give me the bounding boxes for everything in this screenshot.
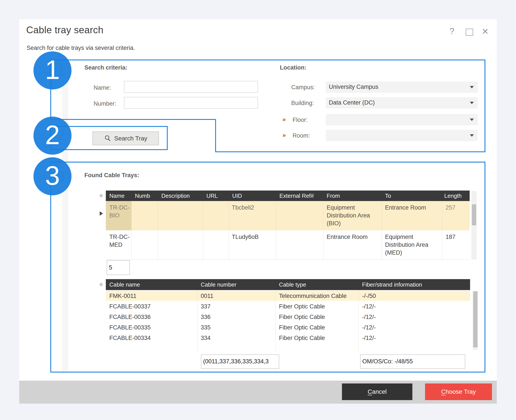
column-header[interactable]: Numb [135, 193, 150, 199]
chevron-down-icon [470, 102, 474, 104]
column-header[interactable]: Description [161, 193, 190, 199]
column-separator [275, 290, 276, 351]
step-2-badge: 2 [33, 117, 72, 155]
table-row[interactable]: FCABLE-00336 336 Fiber Optic Cable -/12/… [106, 311, 470, 322]
column-separator [158, 201, 158, 260]
cable-table-body: FMK-0011 0011 Telecommunication Cable -/… [106, 290, 470, 351]
room-dropdown[interactable] [326, 130, 478, 141]
column-separator [229, 201, 229, 260]
table-row[interactable]: FCABLE-00337 337 Fiber Optic Cable -/12/… [106, 301, 470, 311]
step-panel-band [62, 72, 68, 372]
screen: Cable tray search Search for cable trays… [0, 0, 516, 420]
column-separator [323, 201, 323, 260]
column-header[interactable]: Cable number [201, 281, 236, 288]
maximize-icon[interactable] [466, 29, 473, 36]
table-row[interactable]: TR-DC-BIO Tbcbeli2 Equipment Distributio… [106, 201, 470, 230]
choose-tray-button[interactable]: Choose Tray [425, 383, 492, 400]
search-icon [104, 135, 111, 142]
tray-table-header[interactable]: Name Numb Description URL UID External R… [106, 191, 470, 201]
chevron-down-icon [470, 134, 474, 137]
step-1-badge: 1 [33, 51, 72, 90]
building-dropdown[interactable]: Data Center (DC) [326, 97, 478, 108]
floor-required-icon: » [282, 116, 286, 123]
column-header[interactable]: From [327, 193, 340, 199]
room-required-icon: » [282, 132, 286, 139]
campus-dropdown[interactable]: University Campus [326, 81, 478, 93]
floor-label: Floor: [293, 117, 308, 123]
column-header[interactable]: Fiber/strand information [362, 281, 422, 288]
new-row-icon: ✳ [99, 281, 104, 288]
campus-label: Campus: [291, 84, 315, 91]
dialog-title: Cable tray search [26, 24, 103, 35]
step-3-badge: 3 [33, 157, 72, 195]
help-icon[interactable]: ? [446, 26, 457, 36]
tray-table-scrollbar[interactable] [472, 191, 477, 260]
number-label: Number: [94, 100, 116, 107]
column-header[interactable]: Length [444, 193, 462, 199]
building-label: Building: [291, 100, 314, 106]
floor-dropdown[interactable] [326, 114, 478, 125]
close-icon[interactable]: ✕ [480, 27, 491, 36]
cancel-button[interactable]: Cancel [342, 383, 412, 400]
search-criteria-heading: Search criteria: [84, 64, 127, 71]
room-label: Room: [293, 132, 310, 139]
name-input[interactable] [124, 81, 258, 93]
location-heading: Location: [280, 64, 307, 71]
column-separator [382, 201, 382, 260]
number-input[interactable] [124, 97, 258, 109]
found-cable-trays-heading: Found Cable Trays: [84, 172, 139, 179]
chevron-down-icon [470, 86, 474, 88]
cable-table-header[interactable]: Cable name Cable number Cable type Fiber… [106, 279, 470, 290]
column-header[interactable]: External Ref# [280, 193, 314, 199]
column-header[interactable]: Name [109, 193, 125, 199]
row-count-field[interactable]: 5 [107, 260, 130, 275]
dialog-subtitle: Search for cable trays via several crite… [27, 45, 135, 51]
column-header[interactable]: UID [232, 193, 242, 199]
current-row-marker-icon [100, 211, 103, 216]
cable-numbers-field[interactable]: (0011,337,336,335,334,3 [201, 354, 279, 369]
fiber-info-field[interactable]: OM/OS/Co: -/48/55 [360, 354, 465, 369]
column-header[interactable]: Cable type [279, 281, 306, 288]
column-header[interactable]: URL [206, 193, 218, 199]
column-separator [131, 201, 132, 260]
chevron-down-icon [470, 119, 474, 121]
column-separator [197, 290, 198, 351]
table-row[interactable]: FCABLE-00335 335 Fiber Optic Cable -/12/… [106, 322, 470, 332]
column-separator [359, 290, 359, 351]
scrollbar-thumb[interactable] [473, 291, 478, 347]
column-separator [442, 201, 442, 260]
scrollbar-thumb[interactable] [472, 204, 476, 225]
table-row[interactable]: FCABLE-00334 334 Fiber Optic Cable -/12/… [106, 332, 470, 343]
new-row-icon: ✳ [99, 193, 104, 199]
name-label: Name: [94, 84, 111, 91]
column-separator [203, 201, 203, 260]
table-row[interactable]: TR-DC-MED TLudy6oB Entrance Room Equipme… [106, 230, 470, 260]
column-header[interactable]: Cable name [109, 281, 140, 288]
column-header[interactable]: To [385, 193, 391, 199]
cable-table-scrollbar[interactable] [473, 291, 478, 350]
search-tray-button[interactable]: Search Tray [92, 131, 159, 145]
column-separator [276, 201, 276, 260]
table-row[interactable]: FMK-0011 0011 Telecommunication Cable -/… [106, 291, 470, 301]
